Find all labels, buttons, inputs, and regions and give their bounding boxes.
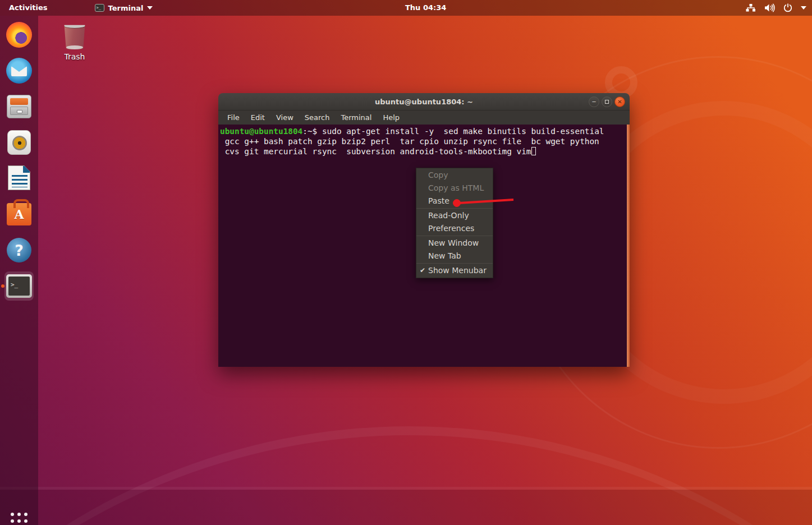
menu-item-copy: Copy: [416, 169, 493, 182]
files-icon: [7, 95, 31, 118]
top-bar: Activities >_ Terminal Thu 04:34: [0, 0, 812, 16]
thunderbird-icon: [6, 58, 32, 84]
volume-icon: [764, 3, 775, 12]
ubuntu-software-icon: A: [7, 203, 31, 225]
dock-item-libreoffice-writer[interactable]: [4, 163, 34, 192]
rhythmbox-icon: [7, 130, 31, 155]
activities-button[interactable]: Activities: [0, 0, 57, 16]
menu-terminal[interactable]: Terminal: [335, 110, 377, 125]
maximize-icon: [605, 100, 609, 104]
dock-item-thunderbird[interactable]: [4, 56, 34, 85]
window-titlebar[interactable]: ubuntu@ubuntu1804: ~ ─ ✕: [218, 93, 630, 110]
dock: A ? >_: [0, 16, 38, 525]
minimize-button[interactable]: ─: [589, 96, 599, 107]
running-indicator-dot: [1, 284, 4, 288]
terminal-line-3: cvs git mercurial rsync subversion andro…: [220, 146, 625, 156]
menu-search[interactable]: Search: [299, 110, 336, 125]
window-title: ubuntu@ubuntu1804: ~: [375, 98, 473, 106]
system-tray[interactable]: [746, 0, 806, 16]
terminal-menubar: File Edit View Search Terminal Help: [218, 110, 630, 125]
prompt-suffix: :~$: [302, 127, 317, 136]
prompt-user: ubuntu@ubuntu1804: [220, 127, 302, 136]
firefox-icon: [6, 22, 32, 48]
menu-view[interactable]: View: [270, 110, 299, 125]
menu-item-paste[interactable]: Paste: [416, 195, 493, 208]
dock-item-help[interactable]: ?: [4, 236, 34, 265]
terminal-line-2: gcc g++ bash patch gzip bzip2 perl tar c…: [220, 136, 625, 146]
dock-item-files[interactable]: [4, 92, 34, 121]
menu-item-show-menubar[interactable]: ✔ Show Menubar: [416, 264, 493, 277]
menu-edit[interactable]: Edit: [245, 110, 270, 125]
app-menu-terminal[interactable]: >_ Terminal: [89, 0, 159, 16]
menu-help[interactable]: Help: [377, 110, 405, 125]
help-icon: ?: [7, 238, 31, 262]
command-text: sudo apt-get install -y sed make binutil…: [317, 127, 604, 136]
terminal-context-menu: Copy Copy as HTML Paste Read-Only Prefer…: [416, 168, 493, 278]
menu-separator: [416, 236, 493, 236]
menu-item-copy-as-html: Copy as HTML: [416, 182, 493, 195]
close-button[interactable]: ✕: [614, 96, 625, 107]
dock-item-firefox[interactable]: [4, 20, 34, 49]
clock[interactable]: Thu 04:34: [405, 0, 446, 16]
dock-item-ubuntu-software[interactable]: A: [4, 200, 34, 229]
show-applications-button[interactable]: [4, 506, 34, 525]
app-menu-label: Terminal: [108, 4, 144, 12]
trash-label: Trash: [58, 52, 91, 61]
menu-separator: [416, 208, 493, 209]
menu-file[interactable]: File: [222, 110, 245, 125]
maximize-button[interactable]: [602, 96, 612, 107]
desktop-trash[interactable]: Trash: [58, 22, 91, 65]
network-wired-icon: [746, 3, 756, 12]
terminal-cursor: [531, 147, 536, 155]
window-controls: ─ ✕: [589, 96, 625, 107]
dock-item-rhythmbox[interactable]: [4, 128, 34, 157]
menu-separator: [416, 263, 493, 264]
terminal-line-1: ubuntu@ubuntu1804:~$ sudo apt-get instal…: [220, 126, 625, 136]
dock-item-terminal[interactable]: >_: [4, 271, 34, 301]
power-icon: [783, 3, 792, 12]
wallpaper-bottom-shade: [0, 490, 812, 525]
terminal-icon: >_: [6, 274, 32, 298]
desktop-wallpaper: Activities >_ Terminal Thu 04:34: [0, 0, 812, 525]
chevron-down-icon: [801, 6, 806, 10]
terminal-scrollbar[interactable]: [627, 125, 630, 367]
menu-item-preferences[interactable]: Preferences: [416, 222, 493, 235]
libreoffice-writer-icon: [8, 165, 30, 190]
trash-icon: [63, 22, 86, 49]
menu-item-new-window[interactable]: New Window: [416, 237, 493, 250]
menu-item-new-tab[interactable]: New Tab: [416, 250, 493, 262]
checkmark-icon: ✔: [420, 264, 425, 277]
menu-item-read-only[interactable]: Read-Only: [416, 209, 493, 222]
terminal-app-icon: >_: [95, 4, 104, 12]
chevron-down-icon: [147, 6, 153, 10]
